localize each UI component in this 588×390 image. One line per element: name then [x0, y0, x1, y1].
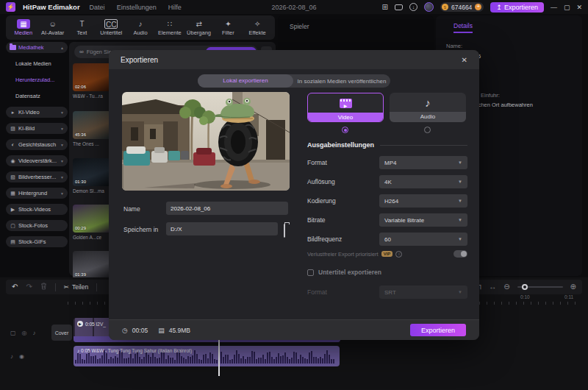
sidebar-item-stock-gifs[interactable]: ▤ Stock-GIFs	[6, 236, 68, 247]
audio-track-icon[interactable]: ♪	[10, 353, 13, 360]
mute-audio-icon[interactable]: ◉	[19, 353, 24, 360]
trash-icon[interactable]	[40, 283, 47, 291]
info-icon[interactable]: i	[395, 251, 402, 258]
avatar[interactable]	[424, 2, 434, 12]
video-track-controls[interactable]: ▢ ◎ ♪	[10, 330, 36, 336]
tab-effekte[interactable]: ✧ Effekte	[243, 19, 272, 36]
tab-untertitel[interactable]: CC Untertitel	[96, 19, 126, 36]
save-disk-icon: ▤	[158, 327, 165, 334]
sidebar-item-ki-bild[interactable]: ▨ KI-Bild▼	[6, 123, 68, 134]
sidebar: Mediathek▲ Lokale Medien Herunterzulad..…	[6, 42, 68, 276]
menu-einstellungen[interactable]: Einstellungen	[115, 4, 159, 11]
setting-row-format: Format MP4▼	[307, 156, 467, 169]
encoding-select[interactable]: H264▼	[379, 194, 467, 208]
add-coins-button[interactable]: +	[475, 4, 481, 10]
zoom-slider-knob[interactable]	[522, 284, 528, 290]
undo-icon[interactable]: ↶	[12, 283, 18, 291]
cover-button[interactable]: Cover	[51, 325, 72, 341]
menu-hilfe[interactable]: Hilfe	[166, 4, 184, 11]
menu-datei[interactable]: Datei	[87, 4, 107, 11]
sidebar-item-lokale-medien[interactable]: Lokale Medien	[6, 58, 68, 69]
media-icon: ▦	[17, 19, 29, 29]
sidebar-item-bildverbesserung[interactable]: ▧ Bildverbesser...▼	[6, 171, 68, 182]
image-enhance-icon: ▧	[10, 174, 16, 180]
close-button[interactable]: ✕	[576, 4, 582, 11]
save-location-label: Speichern in	[123, 226, 158, 233]
tab-ai-avatar[interactable]: ☺ AI-Avatar	[38, 19, 68, 36]
tab-text[interactable]: T Text	[68, 19, 97, 36]
chevron-down-icon: ▼	[458, 237, 462, 241]
filter-sparkle-icon: ✦	[225, 19, 231, 29]
output-settings-header: Ausgabeinstellungen	[307, 141, 467, 149]
mute-track-icon[interactable]: ♪	[33, 330, 36, 336]
sidebar-item-stock-videos[interactable]: ▶ Stock-Videos	[6, 204, 68, 215]
feedback-icon[interactable]	[395, 4, 403, 10]
audio-clip[interactable]: ♪ 0:05 W&W - Tung Tung Tung Sahur (Itali…	[74, 346, 340, 366]
vip-badge: VIP	[381, 251, 393, 257]
format-select[interactable]: MP4▼	[379, 156, 467, 169]
sidebar-item-videoverstaerker[interactable]: ◉ Videoverstärk...▼	[6, 155, 68, 166]
tab-audio[interactable]: ♪ Audio	[126, 19, 155, 36]
setting-row-aufloesung: Auflösung 4K▼	[307, 175, 467, 188]
tab-uebergang[interactable]: ⇄ Übergang	[184, 19, 214, 36]
track-icon[interactable]: ▢	[10, 330, 16, 336]
text-icon: T	[79, 19, 84, 29]
maximize-button[interactable]: ▢	[564, 4, 570, 11]
redo-icon[interactable]: ↷	[26, 283, 32, 291]
audio-track-controls[interactable]: ♪ ◉	[10, 353, 24, 360]
sidebar-item-hintergrund[interactable]: ▦ Hintergrund▼	[6, 188, 68, 199]
media-clip[interactable]: 00:29 Golden A...ce	[73, 205, 111, 240]
tab-filter[interactable]: ✦ Filter	[213, 19, 243, 36]
subtitle-format-select[interactable]: SRT▼	[379, 286, 467, 299]
elements-icon: ∷	[168, 19, 172, 29]
sidebar-item-ki-video[interactable]: ▸ KI-Video▼	[6, 107, 68, 118]
media-clip[interactable]: 01:30 Demon Sl...ma	[73, 158, 111, 194]
tab-soziale-medien[interactable]: In sozialen Medien veröffentlichen	[293, 78, 390, 85]
tab-medien[interactable]: ▦ Medien	[9, 19, 38, 36]
details-name-label: Name:	[446, 43, 462, 49]
hide-track-icon[interactable]: ◎	[22, 330, 27, 336]
video-radio[interactable]	[342, 127, 348, 133]
media-type-audio-card[interactable]: ♪ Audio	[390, 93, 466, 122]
sidebar-item-datensatz[interactable]: Datensatz	[6, 91, 68, 102]
ai-image-icon: ▨	[10, 126, 16, 132]
framerate-select[interactable]: 60▼	[379, 233, 467, 246]
sidebar-item-mediathek[interactable]: Mediathek▲	[6, 42, 68, 53]
tab-elemente[interactable]: ∷ Elemente	[155, 19, 184, 36]
export-preview-image	[122, 92, 290, 191]
dialog-footer: ◷ 00:05 ▤ 45.9MB Exportieren	[109, 319, 479, 340]
tab-lokal-exportieren[interactable]: Lokal exportieren	[198, 74, 293, 88]
coin-balance[interactable]: $ 674664 +	[440, 2, 484, 12]
bitrate-select[interactable]: Variable Bitrate▼	[379, 213, 467, 227]
zoom-slider[interactable]	[517, 286, 563, 288]
minimize-button[interactable]: —	[551, 4, 557, 11]
chevron-down-icon: ▼	[458, 218, 462, 222]
export-name-input[interactable]	[166, 202, 288, 215]
audio-radio[interactable]	[424, 127, 431, 133]
dialog-close-icon[interactable]: ✕	[462, 56, 467, 64]
media-clip[interactable]: 45:36 The Ones ..._	[73, 111, 111, 146]
ribbon-tabs: ▦ Medien ☺ AI-Avatar T Text CC Untertite…	[6, 15, 275, 40]
media-type-video-card[interactable]: ▶ Video	[307, 93, 384, 122]
zoom-in-icon[interactable]: ⊕	[570, 283, 576, 291]
lossless-toggle[interactable]	[453, 250, 467, 258]
zoom-out-icon[interactable]: ⊖	[503, 283, 509, 291]
sidebar-item-gesichtstausch[interactable]: ◐ Gesichtstausch▼	[6, 139, 68, 150]
subtitle-checkbox[interactable]	[307, 269, 314, 276]
player-title: Spieler	[290, 23, 309, 30]
browse-folder-icon[interactable]	[284, 224, 285, 238]
sidebar-item-herunterzuladen[interactable]: Herunterzulad...	[6, 74, 68, 85]
split-button[interactable]: ✂ Teilen	[64, 283, 88, 291]
resolution-select[interactable]: 4K▼	[379, 175, 467, 188]
media-clip[interactable]: 01:39	[73, 251, 111, 279]
export-button-top[interactable]: ↥ Exportieren	[490, 2, 544, 13]
export-confirm-button[interactable]: Exportieren	[410, 324, 466, 336]
clock-icon: ◷	[122, 327, 128, 334]
tab-details[interactable]: Details	[453, 22, 473, 33]
layout-icon[interactable]: ⊞	[382, 4, 388, 11]
sidebar-item-stock-fotos[interactable]: ▢ Stock-Fotos	[6, 220, 68, 231]
download-icon[interactable]: ↓	[409, 3, 417, 11]
media-clip[interactable]: 02:06 W&W - Tu...ra	[73, 63, 111, 99]
save-location-input[interactable]	[166, 222, 278, 235]
fit-timeline-icon[interactable]: ↔	[489, 283, 496, 291]
